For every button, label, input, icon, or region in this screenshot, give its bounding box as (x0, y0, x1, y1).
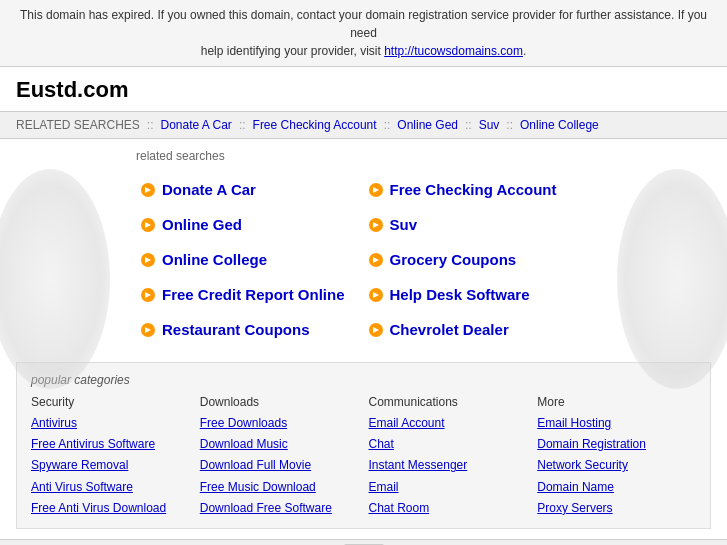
arrow-icon (140, 182, 156, 198)
arrow-icon (140, 322, 156, 338)
cat-header-security: Security (31, 395, 190, 409)
cat-link-network-security[interactable]: Network Security (537, 456, 696, 475)
arrow-icon (368, 252, 384, 268)
related-bar-item-3[interactable]: Online Ged (397, 118, 458, 132)
cat-link-download-sw[interactable]: Download Free Software (200, 499, 359, 518)
site-title-bar: Eustd.com (0, 67, 727, 112)
related-bar-item-1[interactable]: Donate A Car (160, 118, 231, 132)
main-content: related searches Donate A Car (0, 139, 727, 539)
cat-col-downloads: Downloads Free Downloads Download Music … (200, 395, 359, 518)
arrow-icon (368, 217, 384, 233)
cat-link-free-antivirus[interactable]: Free Antivirus Software (31, 435, 190, 454)
sep4: :: (465, 118, 472, 132)
site-title: Eustd.com (16, 77, 128, 102)
cat-col-security: Security Antivirus Free Antivirus Softwa… (31, 395, 190, 518)
cat-link-email-account[interactable]: Email Account (369, 414, 528, 433)
list-item: Online College (136, 243, 364, 276)
related-searches-label: related searches (136, 149, 711, 163)
arrow-icon (368, 322, 384, 338)
cat-link-free-av-download[interactable]: Free Anti Virus Download (31, 499, 190, 518)
cat-link-domain-reg[interactable]: Domain Registration (537, 435, 696, 454)
cat-link-antivirus[interactable]: Antivirus (31, 414, 190, 433)
sep2: :: (239, 118, 246, 132)
cat-link-instant-messenger[interactable]: Instant Messenger (369, 456, 528, 475)
search-link-free-credit[interactable]: Free Credit Report Online (162, 286, 345, 303)
search-link-donate-car[interactable]: Donate A Car (162, 181, 256, 198)
cat-header-more: More (537, 395, 696, 409)
list-item: Help Desk Software (364, 278, 592, 311)
related-searches-bar: RELATED SEARCHES :: Donate A Car :: Free… (0, 112, 727, 139)
search-right-col: Free Checking Account Suv (364, 173, 592, 346)
cat-link-download-music[interactable]: Download Music (200, 435, 359, 454)
related-bar-item-4[interactable]: Suv (479, 118, 500, 132)
cat-link-spyware[interactable]: Spyware Removal (31, 456, 190, 475)
categories-grid: Security Antivirus Free Antivirus Softwa… (31, 395, 696, 518)
related-bar-label: RELATED SEARCHES (16, 118, 140, 132)
cat-link-chat[interactable]: Chat (369, 435, 528, 454)
search-link-online-ged[interactable]: Online Ged (162, 216, 242, 233)
cat-link-download-movie[interactable]: Download Full Movie (200, 456, 359, 475)
notification-text2: help identifying your provider, visit (201, 44, 384, 58)
list-item: Restaurant Coupons (136, 313, 364, 346)
bottom-scrollbar[interactable] (0, 539, 727, 545)
arrow-icon (140, 217, 156, 233)
cat-link-domain-name[interactable]: Domain Name (537, 478, 696, 497)
cat-link-email[interactable]: Email (369, 478, 528, 497)
search-link-help-desk[interactable]: Help Desk Software (390, 286, 530, 303)
list-item: Free Checking Account (364, 173, 592, 206)
cat-header-communications: Communications (369, 395, 528, 409)
search-links-grid: Donate A Car Online Ged (136, 173, 591, 346)
notification-text: This domain has expired. If you owned th… (20, 8, 707, 40)
search-link-restaurant-coupons[interactable]: Restaurant Coupons (162, 321, 310, 338)
list-item: Chevrolet Dealer (364, 313, 592, 346)
list-item: Online Ged (136, 208, 364, 241)
cat-col-communications: Communications Email Account Chat Instan… (369, 395, 528, 518)
cat-link-free-downloads[interactable]: Free Downloads (200, 414, 359, 433)
list-item: Suv (364, 208, 592, 241)
search-link-online-college[interactable]: Online College (162, 251, 267, 268)
search-link-grocery-coupons[interactable]: Grocery Coupons (390, 251, 517, 268)
search-link-chevrolet[interactable]: Chevrolet Dealer (390, 321, 509, 338)
cat-header-downloads: Downloads (200, 395, 359, 409)
list-item: Free Credit Report Online (136, 278, 364, 311)
arrow-icon (368, 182, 384, 198)
list-item: Donate A Car (136, 173, 364, 206)
popular-categories: popular categories Security Antivirus Fr… (16, 362, 711, 529)
list-item: Grocery Coupons (364, 243, 592, 276)
deco-circle-right (617, 169, 727, 389)
arrow-icon (368, 287, 384, 303)
arrow-icon (140, 287, 156, 303)
cat-col-more: More Email Hosting Domain Registration N… (537, 395, 696, 518)
tucows-link[interactable]: http://tucowsdomains.com (384, 44, 523, 58)
related-bar-item-2[interactable]: Free Checking Account (253, 118, 377, 132)
search-left-col: Donate A Car Online Ged (136, 173, 364, 346)
arrow-icon (140, 252, 156, 268)
cat-link-proxy-servers[interactable]: Proxy Servers (537, 499, 696, 518)
search-link-suv[interactable]: Suv (390, 216, 418, 233)
popular-categories-label: popular categories (31, 373, 696, 387)
cat-link-free-music[interactable]: Free Music Download (200, 478, 359, 497)
cat-link-antivirus-sw[interactable]: Anti Virus Software (31, 478, 190, 497)
search-link-free-checking[interactable]: Free Checking Account (390, 181, 557, 198)
deco-circle-left (0, 169, 110, 389)
cat-link-email-hosting[interactable]: Email Hosting (537, 414, 696, 433)
sep3: :: (384, 118, 391, 132)
cat-link-chat-room[interactable]: Chat Room (369, 499, 528, 518)
sep5: :: (506, 118, 513, 132)
notification-bar: This domain has expired. If you owned th… (0, 0, 727, 67)
sep1: :: (147, 118, 154, 132)
related-bar-item-5[interactable]: Online College (520, 118, 599, 132)
